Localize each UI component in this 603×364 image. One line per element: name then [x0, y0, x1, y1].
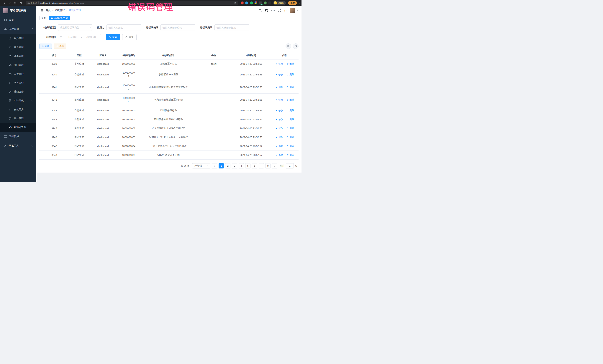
- toggle-search-button[interactable]: [286, 43, 291, 49]
- page-size-select[interactable]: 10条/页: [192, 163, 210, 168]
- search-button[interactable]: 搜索: [106, 34, 120, 40]
- extension-icon[interactable]: [264, 1, 267, 4]
- sidebar-item-infrastructure[interactable]: 基础设施: [0, 132, 36, 141]
- user-avatar[interactable]: [290, 8, 295, 13]
- sidebar-item-dev-tools[interactable]: 研发工具: [0, 141, 36, 150]
- table-row: 3941 自动生成 dashboard 1001000003 不能删除类型为系统…: [39, 81, 299, 93]
- browser-home-icon[interactable]: [19, 1, 23, 5]
- delete-link[interactable]: 删除: [287, 109, 294, 112]
- trash-icon: [287, 86, 289, 88]
- help-icon[interactable]: ?: [271, 9, 275, 12]
- sidebar-item-error-codes[interactable]: </> 错误码管理: [0, 123, 36, 132]
- edit-link[interactable]: 修改: [276, 136, 283, 139]
- prev-page-button[interactable]: [212, 163, 217, 168]
- sidebar-toggle-icon[interactable]: [40, 9, 43, 12]
- error-code-input[interactable]: [162, 25, 193, 31]
- error-msg-input[interactable]: [217, 25, 247, 31]
- edit-link[interactable]: 修改: [276, 109, 283, 112]
- delete-link[interactable]: 删除: [287, 118, 294, 121]
- app-name-input[interactable]: [109, 25, 139, 31]
- delete-link[interactable]: 删除: [287, 144, 294, 148]
- edit-link[interactable]: 修改: [276, 118, 283, 121]
- extensions-puzzle-icon[interactable]: [268, 1, 271, 4]
- delete-link[interactable]: 删除: [287, 86, 294, 89]
- pencil-icon: [276, 154, 278, 156]
- sidebar-item-audit-logs[interactable]: 审计日志: [0, 96, 36, 105]
- edit-link[interactable]: 修改: [276, 144, 283, 148]
- sidebar-item-users[interactable]: 用户管理: [0, 34, 36, 43]
- browser-reload-icon[interactable]: [13, 1, 18, 5]
- chat-bubble-icon: [9, 117, 12, 120]
- page-button[interactable]: 1: [219, 163, 224, 168]
- more-pages-button[interactable]: •••: [259, 163, 264, 168]
- extension-icon[interactable]: [255, 1, 257, 4]
- security-indicator[interactable]: 不安全: [27, 1, 39, 4]
- search-icon[interactable]: [259, 9, 262, 12]
- sidebar-item-roles[interactable]: 角色管理: [0, 43, 36, 52]
- page-button[interactable]: 5: [245, 163, 251, 168]
- delete-link[interactable]: 删除: [287, 136, 294, 139]
- chevron-down-icon[interactable]: [297, 10, 298, 11]
- sidebar-item-sms[interactable]: 短信管理: [0, 114, 36, 123]
- sidebar-item-notices[interactable]: 通知公告: [0, 87, 36, 96]
- sidebar-item-dictionary[interactable]: 字典管理: [0, 78, 36, 87]
- export-button[interactable]: 导出: [54, 44, 66, 49]
- date-range-picker[interactable]: 开始日期 - 结束日期: [58, 34, 101, 40]
- edit-link[interactable]: 修改: [276, 127, 283, 130]
- pagination-total: 共 76 条: [181, 164, 190, 167]
- pencil-icon: [276, 63, 278, 65]
- page-button[interactable]: 2: [225, 163, 231, 168]
- fullscreen-icon[interactable]: [278, 9, 281, 12]
- next-page-button[interactable]: [272, 163, 277, 168]
- extension-icon[interactable]: [245, 1, 248, 4]
- edit-link[interactable]: 修改: [276, 86, 283, 89]
- browser-back-icon[interactable]: [2, 1, 7, 5]
- pencil-icon: [276, 110, 278, 111]
- delete-link[interactable]: 删除: [287, 73, 294, 76]
- edit-link[interactable]: 修改: [276, 98, 283, 101]
- page-button[interactable]: 3: [232, 163, 237, 168]
- tab-error-codes[interactable]: 错误码管理: [49, 16, 70, 20]
- sidebar-item-online-users[interactable]: 在线用户: [0, 105, 36, 114]
- tab-home[interactable]: 首页: [39, 16, 48, 20]
- refresh-table-button[interactable]: [293, 43, 299, 49]
- delete-link[interactable]: 删除: [287, 98, 294, 101]
- sidebar-item-label: 首页: [9, 18, 14, 22]
- extension-icon[interactable]: on: [259, 1, 262, 4]
- browser-profile-button[interactable]: 已暂停: [273, 1, 286, 5]
- breadcrumb-system[interactable]: 系统管理: [55, 9, 65, 12]
- edit-link[interactable]: 修改: [276, 73, 283, 76]
- sidebar-item-posts[interactable]: 岗位管理: [0, 69, 36, 78]
- edit-link[interactable]: 修改: [276, 62, 283, 66]
- browser-menu-icon[interactable]: [299, 2, 300, 4]
- font-size-icon[interactable]: TT: [284, 9, 287, 12]
- delete-link[interactable]: 删除: [287, 154, 294, 157]
- trash-icon: [287, 99, 289, 101]
- sidebar-item-system[interactable]: 系统管理: [0, 25, 36, 34]
- page-button[interactable]: 6: [252, 163, 257, 168]
- extension-icon[interactable]: [250, 1, 253, 4]
- trash-icon: [287, 63, 289, 65]
- browser-forward-icon[interactable]: [7, 1, 12, 5]
- sidebar-item-departments[interactable]: 部门管理: [0, 61, 36, 69]
- browser-update-button[interactable]: 更新: [288, 1, 297, 5]
- page-button[interactable]: 4: [239, 163, 244, 168]
- close-icon[interactable]: [66, 17, 68, 19]
- edit-link[interactable]: 修改: [276, 154, 283, 157]
- goto-page-input[interactable]: [286, 163, 294, 168]
- sidebar-item-home[interactable]: 首页: [0, 15, 36, 25]
- add-button[interactable]: 新增: [39, 44, 52, 49]
- error-type-select[interactable]: 请选择错误码类型: [58, 24, 92, 31]
- app-logo[interactable]: 芋道管理系统: [0, 6, 36, 15]
- goto-suffix: 页: [295, 164, 297, 167]
- bookmark-star-icon[interactable]: [234, 2, 237, 4]
- reset-button[interactable]: 重置: [122, 34, 137, 40]
- github-icon[interactable]: [265, 9, 268, 12]
- page-button[interactable]: 8: [265, 163, 270, 168]
- extension-icon[interactable]: [241, 1, 244, 4]
- breadcrumb-home[interactable]: 首页: [46, 9, 51, 12]
- delete-link[interactable]: 删除: [287, 62, 294, 66]
- delete-link[interactable]: 删除: [287, 127, 294, 130]
- sidebar-item-menus[interactable]: 菜单管理: [0, 52, 36, 61]
- browser-address-bar[interactable]: 不安全 dashboard.yudao.iocoder.cn/system/er…: [26, 1, 238, 5]
